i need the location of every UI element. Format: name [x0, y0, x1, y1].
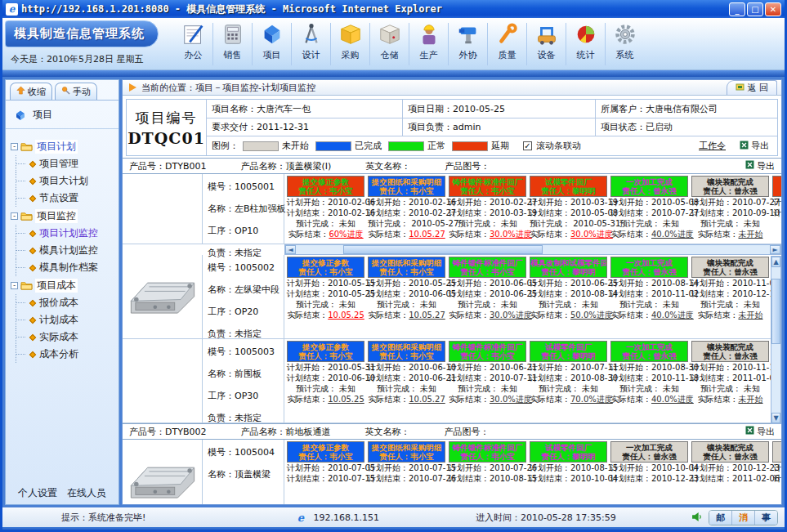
- task-card-header[interactable]: 提交图纸和采购明细责任人：韦小宝: [368, 176, 445, 197]
- sidebar-module[interactable]: 项目: [6, 101, 118, 129]
- work-order-link[interactable]: 工作令: [699, 140, 726, 152]
- task-result-link[interactable]: 未开始: [739, 230, 763, 239]
- task-card-header[interactable]: 提交图纸和采购明细责任人：韦小宝: [368, 257, 445, 278]
- task-result-link[interactable]: 50.0%进度: [570, 311, 613, 320]
- scroll-left-arrow[interactable]: ◄: [285, 245, 296, 254]
- product-export-button[interactable]: 导出: [745, 426, 775, 438]
- task-result-link[interactable]: 10.05.27: [409, 230, 445, 239]
- toolbar-item-warehouse[interactable]: 仓储: [370, 19, 409, 68]
- task-card-header[interactable]: 模具改制和试模零件回厂责任人：黎明明: [530, 257, 607, 278]
- task-card-header[interactable]: 铸件锻件标准件回厂责任人：韦小宝: [449, 257, 526, 278]
- toolbar-item-system[interactable]: 系统: [606, 19, 644, 68]
- tree-item[interactable]: 计划成本: [11, 311, 117, 329]
- tree-item[interactable]: 项目管理: [11, 155, 117, 172]
- task-result-link[interactable]: 30.0%进度: [490, 395, 532, 404]
- task-card-header[interactable]: 镶块装配完成责任人：曾永强: [691, 341, 769, 362]
- task-card-header[interactable]: 提交修正参数责任人：韦小宝: [287, 341, 364, 362]
- task-card-header[interactable]: 提交修正参数责任人：韦小宝: [287, 176, 364, 197]
- tree-item[interactable]: 节点设置: [11, 190, 117, 207]
- scrollbar-thumb[interactable]: [771, 279, 780, 344]
- task-result-link[interactable]: 10.05.25: [328, 395, 364, 404]
- task-card-header[interactable]: 一次加工完成责任人：曾永强: [610, 257, 688, 278]
- tree-folder[interactable]: -项目计划: [11, 137, 117, 155]
- task-result-link[interactable]: 40.0%进度: [651, 230, 694, 239]
- task-card-header[interactable]: 镶块装配完成责任人：曾永强: [691, 176, 769, 197]
- toolbar-item-equipment[interactable]: 设备: [527, 19, 566, 68]
- scrollbar-thumb[interactable]: [343, 245, 543, 254]
- task-result-link[interactable]: 10.05.27: [409, 311, 445, 320]
- tree-item[interactable]: 报价成本: [11, 294, 117, 311]
- close-button[interactable]: ✕: [765, 2, 781, 16]
- return-button[interactable]: 返 回: [727, 80, 778, 95]
- task-card-header[interactable]: 一次加工完成责任人：曾永强: [610, 341, 688, 362]
- task-card-header[interactable]: 一次加工完成责任人：曾永强: [610, 441, 688, 463]
- task-result-link[interactable]: 30.0%进度: [490, 230, 532, 239]
- task-result-link[interactable]: 60%进度: [329, 230, 363, 239]
- tree-item[interactable]: 项目计划监控: [11, 225, 117, 242]
- task-result-link[interactable]: 40.0%进度: [651, 311, 694, 320]
- toolbar-item-purchase[interactable]: 采购: [331, 19, 369, 68]
- toolbar-item-quality[interactable]: 质量: [488, 19, 526, 68]
- horizontal-scrollbar[interactable]: ◄►: [284, 244, 781, 255]
- toolbar-item-outsource[interactable]: 外协: [449, 19, 487, 68]
- task-card-header[interactable]: [772, 176, 781, 197]
- sidebar-footer-link[interactable]: 在线人员: [67, 487, 106, 498]
- toolbar-item-project[interactable]: 项目: [253, 19, 291, 68]
- task-card-header[interactable]: 镶块装配完成责任人：曾永强: [691, 441, 769, 463]
- toolbar-item-office[interactable]: 办公: [174, 19, 212, 68]
- tray-button-1[interactable]: 邮: [709, 511, 731, 525]
- task-card-header[interactable]: 试模零件回厂责任人：黎明明: [530, 441, 607, 463]
- tree-item[interactable]: 项目大计划: [11, 172, 117, 190]
- task-card-header[interactable]: 试模零件回厂责任人：黎明明: [530, 341, 607, 362]
- scroll-down-arrow[interactable]: ▼: [771, 413, 780, 423]
- tray-button-3[interactable]: 事: [754, 511, 777, 525]
- task-result-link[interactable]: 30.0%进度: [490, 311, 532, 320]
- product-export-button[interactable]: 导出: [745, 160, 775, 172]
- task-card-header[interactable]: 提交图纸和采购明细责任人：韦小宝: [368, 441, 445, 463]
- task-card-header[interactable]: 一次加工完成责任人：曾永强: [610, 176, 688, 197]
- tree-item[interactable]: 模具制作档案: [11, 259, 117, 276]
- task-result-link[interactable]: 10.05.25: [328, 311, 364, 320]
- task-result-link[interactable]: 70.0%进度: [570, 395, 613, 404]
- tree-item[interactable]: 实际成本: [11, 329, 117, 346]
- maximize-button[interactable]: □: [747, 2, 763, 16]
- task-card-header[interactable]: 提交图纸和采购明细责任人：韦小宝: [368, 341, 445, 362]
- tree-item[interactable]: 模具计划监控: [11, 242, 117, 259]
- collapse-box-icon[interactable]: -: [11, 212, 18, 220]
- toolbar-item-stats[interactable]: 统计: [566, 19, 605, 68]
- project-export-button[interactable]: 导出: [740, 140, 769, 152]
- scrollbar-link-checkbox[interactable]: ✓: [523, 141, 532, 150]
- minimize-button[interactable]: _: [729, 2, 745, 16]
- task-result-link[interactable]: 未开始: [739, 311, 763, 320]
- task-card-header[interactable]: 铸件锻件标准件回厂责任人：韦小宝: [449, 176, 526, 197]
- task-card-header[interactable]: 提交修正参数责任人：韦小宝: [287, 441, 364, 463]
- toolbar-item-design[interactable]: 设计: [292, 19, 330, 68]
- scroll-up-arrow[interactable]: ▲: [771, 257, 780, 267]
- scrollbar-track[interactable]: [771, 267, 780, 413]
- task-result-link[interactable]: 10.05.27: [409, 395, 445, 404]
- toolbar-item-sales[interactable]: 销售: [213, 19, 252, 68]
- task-card-header[interactable]: 试模零件回厂责任人：黎明明: [530, 176, 607, 197]
- tray-button-2[interactable]: 消: [731, 511, 754, 525]
- scrollbar-track[interactable]: [296, 245, 770, 254]
- task-result-link[interactable]: 40.0%进度: [651, 395, 694, 404]
- sidebar-tab-manual[interactable]: 手动: [55, 83, 97, 100]
- task-card-header[interactable]: 铸件锻件标准件回厂责任人：韦小宝: [449, 341, 526, 362]
- sidebar-footer-link[interactable]: 个人设置: [18, 487, 57, 498]
- collapse-box-icon[interactable]: -: [11, 143, 18, 150]
- task-card-header[interactable]: 铸件锻件标准件回厂责任人：韦小宝: [449, 441, 526, 463]
- sidebar-tab-collapse[interactable]: 收缩: [10, 83, 52, 100]
- toolbar-item-production[interactable]: 生产: [409, 19, 448, 68]
- task-card-header[interactable]: 镶块装配完成责任人：曾永强: [691, 257, 769, 278]
- collapse-box-icon[interactable]: -: [11, 282, 18, 289]
- task-result-link[interactable]: 未开始: [739, 395, 763, 404]
- tree-item[interactable]: 成本分析: [11, 346, 117, 363]
- tree-folder[interactable]: -项目监控: [11, 207, 117, 225]
- task-result-link[interactable]: 30.0%进度: [570, 230, 613, 239]
- vertical-scrollbar[interactable]: ▲▼: [771, 256, 781, 424]
- task-card-header[interactable]: 提交修正参数责任人：韦小宝: [287, 257, 364, 278]
- task-card-header[interactable]: [772, 441, 781, 463]
- speaker-icon[interactable]: [691, 512, 702, 525]
- scroll-right-arrow[interactable]: ►: [770, 245, 780, 254]
- tree-folder[interactable]: -项目成本: [11, 276, 117, 294]
